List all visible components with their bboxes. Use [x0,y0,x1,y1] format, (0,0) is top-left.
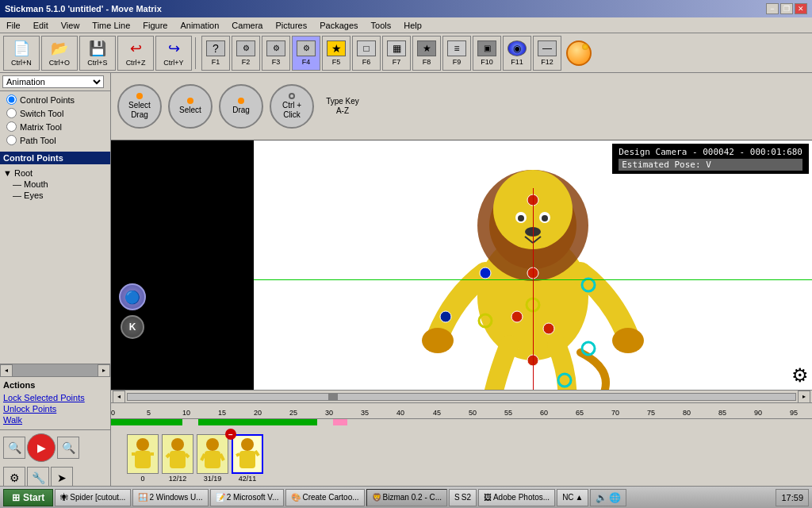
menu-tools[interactable]: Tools [368,21,395,30]
svg-point-32 [171,438,184,451]
f5-button[interactable]: ★ F5 [322,36,350,71]
toolbar: 📄 Ctrl+N 📂 Ctrl+O 💾 Ctrl+S ↩ Ctrl+Z ↪ Ct… [0,33,812,73]
ruler-85: 85 [718,409,726,417]
zoom-out-button[interactable]: 🔍 [57,437,79,459]
f3-button[interactable]: ⚙ F3 [262,36,290,71]
menu-file[interactable]: File [3,21,24,30]
start-label: Start [23,492,44,503]
open-button[interactable]: 📂 Ctrl+O [41,36,78,71]
lock-selected-points-link[interactable]: Lock Selected Points [3,393,107,402]
crosshair-vertical [533,188,534,390]
menu-animation[interactable]: Animation [177,21,222,30]
minus-red-button[interactable]: − [225,429,236,440]
menu-figure[interactable]: Figure [140,21,170,30]
camera-info: Design Camera - 000042 - 000:01:680 Esti… [612,144,809,174]
frame-thumb-1[interactable]: 12/12 [162,434,193,483]
save-button[interactable]: 💾 Ctrl+S [79,36,116,71]
title-bar-buttons: − ❐ ✕ [766,3,807,14]
menu-help[interactable]: Help [400,21,425,30]
ctrl-click-tool[interactable]: Ctrl +Click [270,84,314,129]
timeline-thumb[interactable] [328,394,338,400]
tree-item-mouth[interactable]: — Mouth [3,179,107,190]
taskbar-app-microsoft[interactable]: 📝2 Microsoft V... [210,489,285,506]
redo-button[interactable]: ↪ Ctrl+Y [155,36,192,71]
svg-point-22 [440,311,451,322]
canvas-inner: 🔵 K Design Camera - 000042 - 000:01:680 … [111,140,812,390]
zoom-in-button[interactable]: 🔍 [3,437,25,459]
svg-point-21 [480,267,491,279]
close-button[interactable]: ✕ [795,3,807,14]
taskbar-tray: 🔊 🌐 [590,489,626,506]
f9-button[interactable]: ≡ F9 [442,36,471,71]
f10-button[interactable]: ▣ F10 [473,36,501,71]
drag-tool[interactable]: Drag [219,84,263,129]
menu-edit[interactable]: Edit [30,21,52,30]
ruler-20: 20 [254,409,262,417]
taskbar-app-windows1[interactable]: 🪟2 Windows U... [132,489,208,506]
actions-panel: Actions Lock Selected Points Unlock Poin… [0,376,110,429]
menu-view[interactable]: View [58,21,83,30]
ruler-35: 35 [361,409,369,417]
ruler-50: 50 [469,409,477,417]
minimize-button[interactable]: − [766,3,779,14]
ruler-95: 95 [790,409,798,417]
f4-button[interactable]: ⚙ F4 [292,36,320,71]
timeline-scroll-right[interactable]: ▸ [798,391,810,403]
k-symbol[interactable]: K [121,315,144,339]
play-button[interactable]: ▶ [27,433,56,462]
tree-item-root[interactable]: ▼ Root [3,167,107,179]
taskbar-app-bizman[interactable]: 🦁Bizman 0.2 - C... [366,489,447,506]
menu-bar: File Edit View Time Line Figure Animatio… [0,17,812,33]
unlock-points-link[interactable]: Unlock Points [3,404,107,414]
ruler-30: 30 [325,409,333,417]
taskbar-app-nc[interactable]: NC▲ [557,489,588,506]
ruler-25: 25 [289,409,297,417]
select-drag-tool[interactable]: SelectDrag [117,84,162,129]
ruler-70: 70 [611,409,619,417]
tree-item-eyes[interactable]: — Eyes [3,190,107,201]
frame-thumb-2[interactable]: 31/19 [197,434,228,483]
mode-selector-area: Animation [0,73,110,91]
taskbar-app-spider[interactable]: 🕷Spider [cutout... [55,489,131,506]
camera-info-text: Design Camera - 000042 - 000:01:680 [619,147,802,157]
restore-button[interactable]: ❐ [780,3,793,14]
f8-button[interactable]: ★ F8 [412,36,441,71]
menu-pictures[interactable]: Pictures [272,21,310,30]
f12-button[interactable]: — F12 [533,36,561,71]
scroll-right-button[interactable]: ▸ [98,364,110,377]
scroll-track[interactable] [13,364,98,376]
switch-tool-radio[interactable]: Switch Tool [6,108,104,118]
new-button[interactable]: 📄 Ctrl+N [3,36,40,71]
f11-button[interactable]: ◉ F11 [503,36,531,71]
f6-button[interactable]: □ F6 [352,36,381,71]
type-key-tool[interactable]: Type KeyA-Z [320,84,365,129]
control-points-radio[interactable]: Control Points [6,94,104,105]
tool-options-panel: Control Points Switch Tool Matrix Tool P… [0,91,110,152]
frame-thumb-0[interactable]: 0 [127,434,159,483]
menu-packages[interactable]: Packages [316,21,361,30]
f2-button[interactable]: ⚙ F2 [232,36,260,71]
ruler-60: 60 [540,409,548,417]
select-tool[interactable]: Select [168,84,213,129]
mode-select[interactable]: Animation [2,75,104,88]
figure-controller[interactable]: 🔵 [119,283,146,310]
timeline-track[interactable] [127,393,796,401]
f1-button[interactable]: ? F1 [201,36,230,71]
path-tool-radio[interactable]: Path Tool [6,135,104,145]
start-button[interactable]: ⊞ Start [3,489,53,506]
scroll-left-button[interactable]: ◂ [0,364,13,377]
taskbar-app-s2[interactable]: SS2 [449,489,477,506]
f7-button[interactable]: ▦ F7 [382,36,411,71]
frame-strip-area: − 0 [111,425,812,491]
walk-link[interactable]: Walk [3,415,107,425]
taskbar-app-create[interactable]: 🎨Create Cartoo... [285,489,364,506]
matrix-tool-radio[interactable]: Matrix Tool [6,121,104,132]
timeline-scroll-left[interactable]: ◂ [113,391,125,403]
menu-timeline[interactable]: Time Line [89,21,133,30]
menu-camera[interactable]: Camera [228,21,266,30]
frame-thumb-3[interactable]: 42/11 [232,434,263,483]
svg-line-38 [201,454,205,460]
taskbar-app-photoshop[interactable]: 🖼Adobe Photos... [478,489,555,506]
undo-button[interactable]: ↩ Ctrl+Z [117,36,154,71]
svg-point-12 [612,328,644,353]
